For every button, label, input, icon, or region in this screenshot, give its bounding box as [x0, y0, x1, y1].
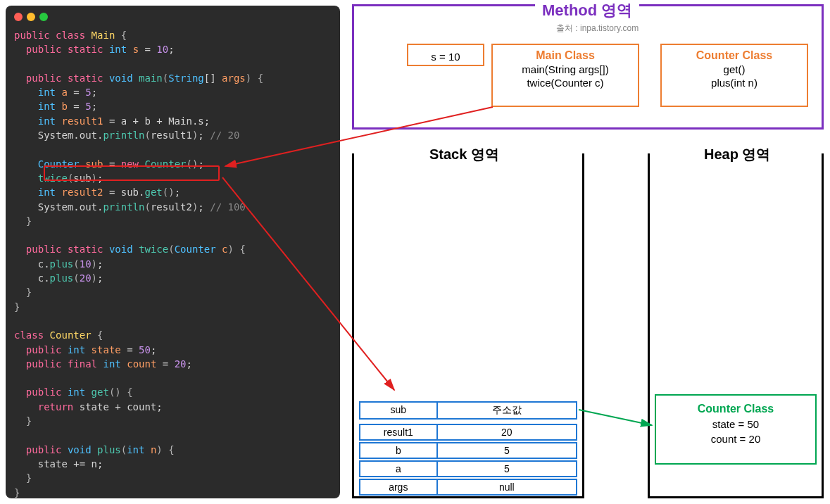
- heap-counter-box: Counter Class state = 50 count = 20: [655, 394, 817, 465]
- stack-table: sub 주소값 result1 20 b 5 a 5 args null: [359, 401, 577, 497]
- code-panel: public class Main { public static int s …: [6, 6, 340, 498]
- maximize-dot-icon: [39, 13, 48, 21]
- main-class-box: Main Class main(String args[]) twice(Cou…: [491, 44, 639, 107]
- stack-var-value: 5: [438, 443, 576, 458]
- heap-area-title: Heap 영역: [697, 145, 777, 164]
- minimize-dot-icon: [27, 13, 35, 21]
- main-class-line2: twice(Counter c): [497, 77, 634, 89]
- method-area-title: Method 영역: [535, 0, 639, 21]
- window-dots: [14, 13, 332, 21]
- stack-row: sub 주소값: [359, 401, 577, 420]
- counter-class-box: Counter Class get() plus(int n): [660, 44, 808, 107]
- heap-box-title: Counter Class: [663, 403, 808, 415]
- stack-var-name: sub: [360, 403, 438, 418]
- stack-var-value: 5: [438, 462, 576, 476]
- heap-box-line1: state = 50: [663, 418, 808, 430]
- stack-var-name: a: [360, 462, 438, 476]
- counter-class-line2: plus(int n): [666, 77, 803, 89]
- heap-box-line2: count = 20: [663, 433, 808, 445]
- source-text: 출처 : inpa.tistory.com: [556, 23, 639, 34]
- counter-class-line1: get(): [666, 63, 803, 75]
- stack-var-value: 20: [438, 425, 576, 439]
- static-var-box: s = 10: [407, 44, 484, 66]
- close-dot-icon: [14, 13, 23, 21]
- stack-var-name: b: [360, 443, 438, 458]
- stack-row: args null: [359, 479, 577, 496]
- arrow-stack-to-heap-icon: [579, 410, 652, 425]
- main-class-line1: main(String args[]): [497, 63, 634, 75]
- stack-var-name: result1: [360, 425, 438, 439]
- counter-class-title: Counter Class: [666, 49, 803, 62]
- stack-row: a 5: [359, 460, 577, 477]
- code-block: public class Main { public static int s …: [14, 28, 332, 500]
- stack-var-name: args: [360, 480, 438, 494]
- stack-var-value: 주소값: [438, 403, 576, 418]
- stack-var-value: null: [438, 480, 576, 494]
- main-class-title: Main Class: [497, 49, 634, 62]
- static-var-label: s = 10: [413, 51, 479, 63]
- stack-row: result1 20: [359, 424, 577, 441]
- stack-row: b 5: [359, 442, 577, 459]
- stack-area-title: Stack 영역: [422, 145, 506, 164]
